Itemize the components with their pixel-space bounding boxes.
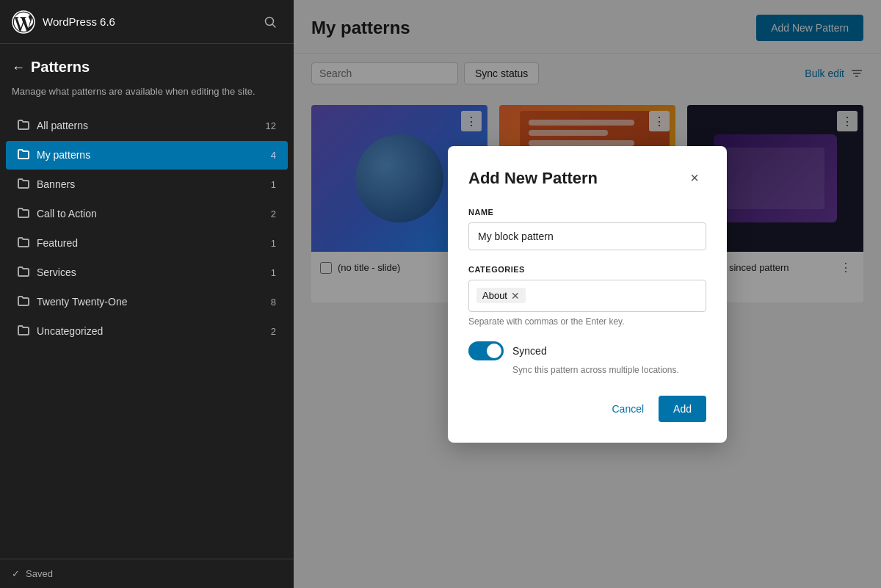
wordpress-logo-icon: [12, 10, 35, 34]
sidebar-item-uncategorized[interactable]: Uncategorized 2: [6, 317, 288, 346]
sidebar-footer: ✓ Saved: [0, 559, 294, 588]
sidebar-description: Manage what patterns are available when …: [0, 81, 294, 111]
toggle-track: [468, 341, 504, 360]
add-button[interactable]: Add: [659, 396, 706, 422]
sidebar-item-banners[interactable]: Banners 1: [6, 170, 288, 199]
modal-close-button[interactable]: ×: [683, 167, 706, 190]
back-arrow-icon[interactable]: ←: [12, 61, 25, 74]
nav-label-all-patterns: All patterns: [37, 120, 254, 131]
name-input[interactable]: [468, 222, 706, 250]
synced-label: Synced: [512, 345, 547, 357]
sidebar-item-my-patterns[interactable]: My patterns 4: [6, 141, 288, 170]
category-tag-remove-button[interactable]: ✕: [511, 291, 520, 301]
sidebar-item-twenty-twenty-one[interactable]: Twenty Twenty-One 8: [6, 288, 288, 316]
folder-icon: [18, 236, 29, 250]
folder-icon: [18, 324, 29, 338]
folder-icon: [18, 295, 29, 309]
folder-icon: [18, 178, 29, 192]
nav-count-uncategorized: 2: [261, 326, 276, 337]
nav-label-call-to-action: Call to Action: [37, 208, 254, 219]
nav-label-twenty-twenty-one: Twenty Twenty-One: [37, 296, 254, 308]
folder-icon: [18, 266, 29, 280]
sidebar-item-featured[interactable]: Featured 1: [6, 229, 288, 258]
modal-footer: Cancel Add: [468, 396, 706, 422]
name-label: NAME: [468, 208, 706, 217]
categories-input-wrapper[interactable]: About ✕: [468, 280, 706, 312]
sidebar-nav: All patterns 12 My patterns 4 Banners 1 …: [0, 111, 294, 559]
modal-overlay[interactable]: Add New Pattern × NAME CATEGORIES About …: [294, 0, 881, 588]
cancel-button[interactable]: Cancel: [603, 397, 653, 421]
nav-count-my-patterns: 4: [261, 150, 276, 161]
section-title: Patterns: [31, 59, 90, 76]
sidebar-item-call-to-action[interactable]: Call to Action 2: [6, 200, 288, 228]
nav-label-my-patterns: My patterns: [37, 149, 254, 161]
sidebar-item-services[interactable]: Services 1: [6, 258, 288, 287]
search-icon[interactable]: [258, 10, 282, 34]
category-tag: About ✕: [476, 288, 526, 303]
back-section: ← Patterns: [0, 44, 294, 81]
nav-count-banners: 1: [261, 179, 276, 190]
nav-label-banners: Banners: [37, 178, 254, 190]
nav-count-twenty-twenty-one: 8: [261, 297, 276, 308]
categories-label: CATEGORIES: [468, 265, 706, 274]
folder-icon: [18, 148, 29, 162]
nav-label-services: Services: [37, 266, 254, 278]
nav-label-uncategorized: Uncategorized: [37, 325, 254, 337]
add-new-pattern-modal: Add New Pattern × NAME CATEGORIES About …: [448, 146, 727, 443]
synced-description: Sync this pattern across multiple locati…: [512, 365, 706, 375]
app-title: WordPress 6.6: [43, 15, 258, 28]
nav-count-all-patterns: 12: [261, 120, 276, 131]
categories-hint: Separate with commas or the Enter key.: [468, 316, 706, 327]
sidebar-item-all-patterns[interactable]: All patterns 12: [6, 112, 288, 140]
nav-count-call-to-action: 2: [261, 208, 276, 219]
nav-count-services: 1: [261, 267, 276, 278]
svg-point-1: [266, 17, 274, 25]
category-tag-label: About: [482, 290, 507, 301]
sidebar-header: WordPress 6.6: [0, 0, 294, 44]
categories-form-group: CATEGORIES About ✕ Separate with commas …: [468, 265, 706, 327]
sidebar: WordPress 6.6 ← Patterns Manage what pat…: [0, 0, 294, 588]
folder-icon: [18, 119, 29, 133]
name-form-group: NAME: [468, 208, 706, 250]
modal-title: Add New Pattern: [468, 169, 598, 188]
toggle-thumb: [487, 344, 501, 358]
toggle-row: Synced: [468, 341, 706, 360]
nav-label-featured: Featured: [37, 237, 254, 249]
folder-icon: [18, 207, 29, 221]
check-icon: ✓: [12, 568, 20, 579]
modal-header: Add New Pattern ×: [468, 167, 706, 190]
saved-status: Saved: [26, 568, 53, 579]
synced-form-group: Synced Sync this pattern across multiple…: [468, 341, 706, 375]
synced-toggle[interactable]: [468, 341, 504, 360]
nav-count-featured: 1: [261, 238, 276, 249]
main-content: My patterns Add New Pattern Sync status …: [294, 0, 881, 588]
